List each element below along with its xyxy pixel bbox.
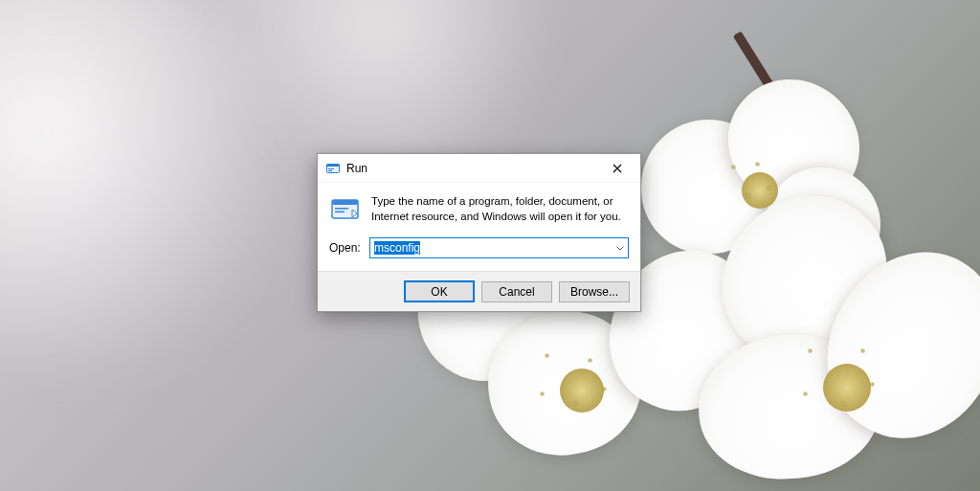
cancel-button[interactable]: Cancel xyxy=(481,281,552,302)
open-combobox[interactable] xyxy=(369,237,629,258)
run-dialog: Run Type the name of a program, folder, … xyxy=(317,153,641,312)
svg-rect-6 xyxy=(335,208,348,210)
open-label: Open: xyxy=(329,241,362,255)
svg-rect-7 xyxy=(335,212,345,213)
close-button[interactable] xyxy=(595,154,638,182)
svg-rect-2 xyxy=(328,168,334,169)
dialog-footer: OK Cancel Browse... xyxy=(318,271,640,311)
close-icon xyxy=(612,164,622,173)
titlebar[interactable]: Run xyxy=(318,154,640,183)
browse-button[interactable]: Browse... xyxy=(559,281,630,302)
svg-rect-3 xyxy=(328,170,332,171)
dropdown-button[interactable] xyxy=(612,238,628,257)
dialog-body: Type the name of a program, folder, docu… xyxy=(318,183,640,271)
open-input[interactable] xyxy=(369,237,629,258)
ok-button[interactable]: OK xyxy=(404,280,475,302)
dialog-description: Type the name of a program, folder, docu… xyxy=(371,194,629,224)
svg-rect-1 xyxy=(327,164,340,167)
run-large-icon xyxy=(329,194,362,223)
dialog-title: Run xyxy=(346,162,595,175)
chevron-down-icon xyxy=(616,246,624,251)
run-icon xyxy=(325,161,341,176)
svg-rect-5 xyxy=(332,200,358,205)
